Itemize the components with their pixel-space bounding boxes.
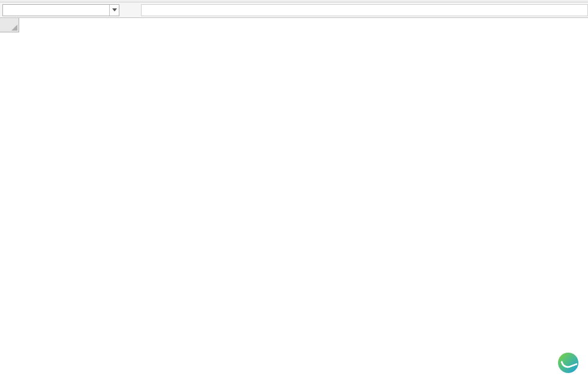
watermark-logo-icon (558, 353, 578, 373)
name-box[interactable] (2, 4, 119, 16)
select-all-corner[interactable] (0, 18, 19, 32)
watermark (558, 353, 582, 373)
formula-input[interactable] (141, 4, 588, 16)
formula-bar (0, 2, 588, 18)
name-box-dropdown-icon[interactable] (109, 5, 119, 16)
